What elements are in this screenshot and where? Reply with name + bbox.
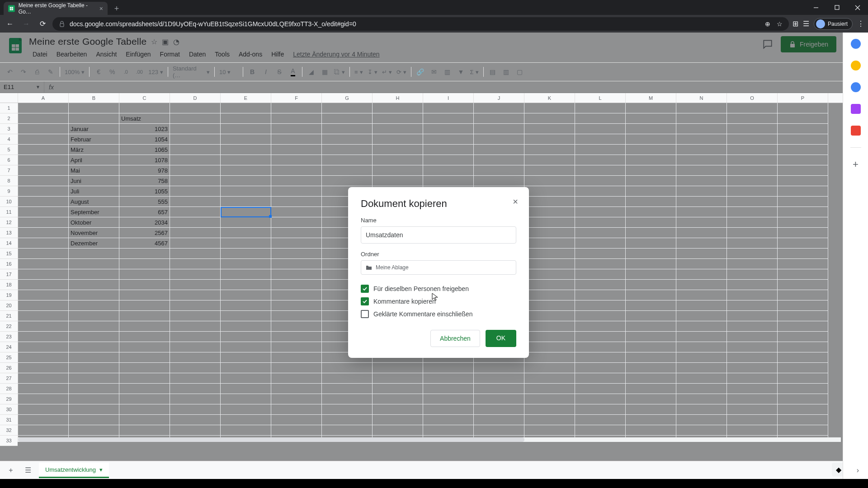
row-header[interactable]: 26 [0, 363, 18, 373]
cell[interactable] [221, 259, 271, 269]
cell[interactable] [778, 113, 828, 124]
cell[interactable] [322, 384, 373, 394]
cell[interactable] [474, 373, 524, 384]
cell[interactable] [119, 373, 170, 384]
cell[interactable] [170, 217, 221, 228]
column-header[interactable]: L [575, 93, 626, 103]
cell[interactable] [69, 373, 119, 384]
cell[interactable] [322, 113, 373, 124]
cell[interactable] [170, 415, 221, 425]
cell[interactable] [575, 352, 626, 363]
cell[interactable] [626, 373, 676, 384]
cell[interactable] [271, 290, 322, 300]
column-header[interactable]: K [524, 93, 575, 103]
ok-button[interactable]: OK [486, 330, 516, 347]
bold-button[interactable]: B [246, 66, 259, 78]
redo-button[interactable]: ↷ [17, 66, 30, 78]
cell[interactable] [575, 165, 626, 176]
column-header[interactable]: N [676, 93, 727, 103]
cell[interactable] [676, 217, 727, 228]
row-header[interactable]: 19 [0, 290, 18, 300]
column-header[interactable]: H [373, 93, 423, 103]
cell[interactable] [119, 384, 170, 394]
sheet-tab-active[interactable]: Umsatzentwicklung ▾ [39, 463, 109, 478]
cell[interactable] [69, 363, 119, 373]
cell[interactable] [69, 425, 119, 436]
cell[interactable] [524, 394, 575, 404]
cell[interactable] [626, 103, 676, 113]
cell[interactable] [778, 342, 828, 352]
cell[interactable] [778, 186, 828, 197]
cell[interactable] [170, 373, 221, 384]
cell[interactable] [676, 363, 727, 373]
cell[interactable] [575, 415, 626, 425]
cancel-button[interactable]: Abbrechen [430, 330, 480, 347]
wrap-select[interactable]: ↵ ▾ [380, 69, 394, 75]
cell[interactable] [271, 155, 322, 165]
cell[interactable] [221, 352, 271, 363]
cell[interactable] [69, 300, 119, 311]
delete-button[interactable]: ▢ [514, 66, 526, 78]
cell[interactable] [575, 269, 626, 280]
cell[interactable] [575, 124, 626, 134]
cell[interactable] [727, 300, 778, 311]
cell[interactable] [18, 415, 69, 425]
merge-select[interactable]: ⿻ ▾ [332, 69, 347, 75]
zoom-select[interactable]: 100% ▾ [63, 69, 86, 75]
cell[interactable] [676, 321, 727, 332]
row-header[interactable]: 4 [0, 134, 18, 145]
column-header[interactable]: A [18, 93, 69, 103]
cell[interactable] [69, 311, 119, 321]
cell[interactable] [119, 363, 170, 373]
cell[interactable] [18, 404, 69, 415]
cell[interactable] [676, 155, 727, 165]
cell[interactable] [221, 217, 271, 228]
cell[interactable] [575, 290, 626, 300]
cell[interactable] [575, 311, 626, 321]
cell[interactable] [626, 280, 676, 290]
cell[interactable] [271, 363, 322, 373]
cell[interactable] [676, 425, 727, 436]
cell[interactable] [778, 145, 828, 155]
cell[interactable] [170, 352, 221, 363]
cell[interactable] [170, 311, 221, 321]
row-header[interactable]: 23 [0, 332, 18, 342]
cell[interactable] [221, 394, 271, 404]
cell[interactable] [727, 280, 778, 290]
cell[interactable] [626, 415, 676, 425]
cell[interactable] [221, 404, 271, 415]
cell[interactable] [170, 113, 221, 124]
cell[interactable] [221, 186, 271, 197]
row-header[interactable]: 13 [0, 228, 18, 238]
cell[interactable] [626, 217, 676, 228]
cell[interactable] [778, 311, 828, 321]
cell[interactable] [170, 342, 221, 352]
cell[interactable] [221, 124, 271, 134]
cell[interactable] [474, 176, 524, 186]
cell[interactable] [271, 300, 322, 311]
cell[interactable] [271, 249, 322, 259]
cell[interactable] [170, 404, 221, 415]
cell[interactable] [18, 134, 69, 145]
cell[interactable] [170, 238, 221, 249]
cell[interactable] [373, 425, 423, 436]
cell[interactable] [676, 124, 727, 134]
cell[interactable] [221, 425, 271, 436]
cell[interactable] [778, 207, 828, 217]
row-header[interactable]: 22 [0, 321, 18, 332]
rotate-select[interactable]: ⟳ ▾ [395, 69, 408, 75]
italic-button[interactable]: I [259, 66, 272, 78]
cell[interactable] [18, 238, 69, 249]
cell[interactable] [271, 394, 322, 404]
cell[interactable] [575, 332, 626, 342]
cell[interactable] [524, 300, 575, 311]
cell[interactable]: Oktober [69, 217, 119, 228]
cell[interactable] [18, 207, 69, 217]
cell[interactable] [18, 300, 69, 311]
cell[interactable] [221, 300, 271, 311]
link-button[interactable]: 🔗 [414, 66, 427, 78]
cell[interactable] [524, 321, 575, 332]
cell[interactable] [170, 259, 221, 269]
valign-select[interactable]: ↧ ▾ [366, 69, 379, 75]
cell[interactable] [423, 155, 474, 165]
